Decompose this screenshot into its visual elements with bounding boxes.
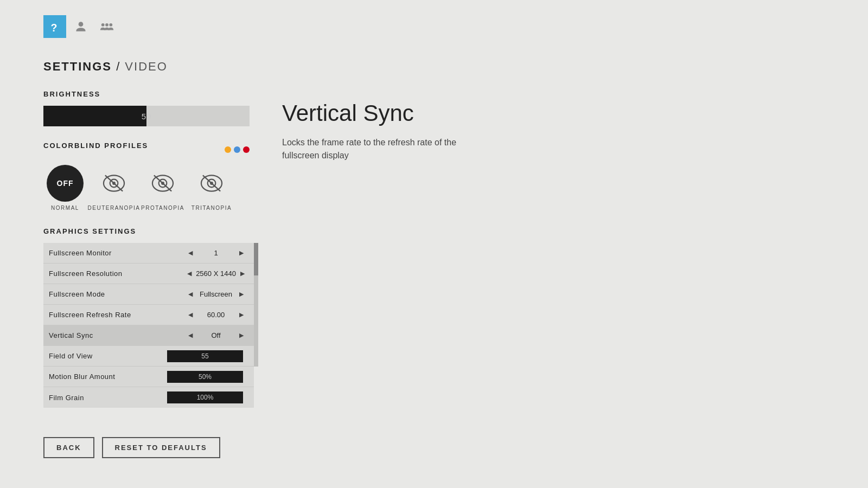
scroll-thumb[interactable] <box>254 243 258 275</box>
description-text: Locks the frame rate to the refresh rate… <box>282 136 488 162</box>
value-fullscreen-refresh: 60.00 <box>197 311 235 319</box>
protanopia-icon-wrapper <box>144 165 181 202</box>
description-title: Vertical Sync <box>282 100 586 126</box>
row-value-fullscreen-refresh: ◀ 60.00 ▶ <box>178 311 254 319</box>
bottom-buttons: BACK RESET TO DEFAULTS <box>43 437 220 458</box>
slider-value-motion-blur: 50% <box>167 373 243 381</box>
row-motion-blur[interactable]: Motion Blur Amount 50% <box>43 367 254 387</box>
svg-line-12 <box>154 175 171 191</box>
row-value-fullscreen-mode: ◀ Fullscreen ▶ <box>178 290 254 298</box>
slider-track-film-grain[interactable]: 100% <box>167 391 243 403</box>
prev-fullscreen-resolution[interactable]: ◀ <box>185 270 194 277</box>
graphics-section: GRAPHICS SETTINGS Fullscreen Monitor ◀ 1… <box>43 227 315 408</box>
svg-point-2 <box>101 23 105 27</box>
value-fullscreen-mode: Fullscreen <box>197 290 235 298</box>
row-label-field-of-view: Field of View <box>43 352 167 360</box>
graphics-label: GRAPHICS SETTINGS <box>43 227 315 235</box>
row-slider-film-grain: 100% <box>167 391 254 403</box>
slider-value-film-grain: 100% <box>167 394 243 401</box>
tritanopia-eye-icon <box>200 171 224 195</box>
row-slider-field-of-view: 55 <box>167 350 254 362</box>
group-nav-icon[interactable] <box>95 15 118 38</box>
graphics-table: Fullscreen Monitor ◀ 1 ▶ Fullscreen Reso… <box>43 243 254 408</box>
next-fullscreen-mode[interactable]: ▶ <box>237 291 246 298</box>
value-vertical-sync: Off <box>197 331 235 339</box>
prev-vertical-sync[interactable]: ◀ <box>186 332 195 339</box>
prev-fullscreen-refresh[interactable]: ◀ <box>186 311 195 318</box>
next-fullscreen-monitor[interactable]: ▶ <box>237 249 246 256</box>
dot-yellow <box>225 146 231 153</box>
svg-point-3 <box>105 23 108 27</box>
row-vertical-sync[interactable]: Vertical Sync ◀ Off ▶ <box>43 325 254 346</box>
brightness-slider[interactable]: 50 <box>43 106 250 126</box>
svg-text:?: ? <box>50 22 57 34</box>
page-title-light: VIDEO <box>125 60 167 73</box>
graphics-table-container: Fullscreen Monitor ◀ 1 ▶ Fullscreen Reso… <box>43 243 315 408</box>
page-title: SETTINGS / VIDEO <box>43 60 315 74</box>
slider-track-fov[interactable]: 55 <box>167 350 243 362</box>
prev-fullscreen-mode[interactable]: ◀ <box>186 291 195 298</box>
row-fullscreen-resolution[interactable]: Fullscreen Resolution ◀ 2560 X 1440 ▶ <box>43 264 254 284</box>
next-fullscreen-resolution[interactable]: ▶ <box>238 270 247 277</box>
colorblind-tritanopia-label: TRITANOPIA <box>192 205 232 211</box>
colorblind-option-protanopia[interactable]: PROTANOPIA <box>141 165 184 211</box>
dot-red <box>243 146 250 153</box>
normal-icon-wrapper: OFF <box>47 165 84 202</box>
main-content: SETTINGS / VIDEO BRIGHTNESS 50 COLORBLIN… <box>43 60 315 408</box>
slider-value-fov: 55 <box>167 352 243 360</box>
colorblind-header: COLORBLIND PROFILES <box>43 142 250 157</box>
deuteranopia-eye-icon <box>102 171 126 195</box>
svg-point-1 <box>79 22 84 27</box>
colorblind-dots <box>225 146 250 153</box>
brightness-section: BRIGHTNESS 50 <box>43 90 315 126</box>
next-fullscreen-refresh[interactable]: ▶ <box>237 311 246 318</box>
group-persons-icon <box>100 20 114 34</box>
colorblind-normal-label: NORMAL <box>51 205 79 211</box>
row-fullscreen-monitor[interactable]: Fullscreen Monitor ◀ 1 ▶ <box>43 243 254 264</box>
row-label-fullscreen-refresh: Fullscreen Refresh Rate <box>43 311 178 319</box>
row-label-motion-blur: Motion Blur Amount <box>43 373 167 381</box>
row-film-grain[interactable]: Film Grain 100% <box>43 387 254 408</box>
graphics-scrollbar[interactable] <box>254 243 258 367</box>
slider-track-motion-blur[interactable]: 50% <box>167 371 243 383</box>
svg-line-8 <box>105 175 123 191</box>
person-icon <box>74 20 88 34</box>
colorblind-deuteranopia-label: DEUTERANOPIA <box>88 205 141 211</box>
svg-point-4 <box>109 23 112 27</box>
row-label-vertical-sync: Vertical Sync <box>43 331 178 339</box>
colorblind-option-tritanopia[interactable]: TRITANOPIA <box>190 165 233 211</box>
colorblind-options: OFF NORMAL DEUTERANOPIA <box>43 165 315 211</box>
row-label-fullscreen-monitor: Fullscreen Monitor <box>43 249 178 257</box>
tritanopia-icon-wrapper <box>193 165 230 202</box>
deuteranopia-icon-wrapper <box>95 165 132 202</box>
question-mark-icon: ? <box>48 20 62 34</box>
svg-line-16 <box>203 175 220 191</box>
row-label-fullscreen-mode: Fullscreen Mode <box>43 290 178 298</box>
help-nav-icon[interactable]: ? <box>43 15 66 38</box>
brightness-value: 50 <box>43 112 250 121</box>
row-slider-motion-blur: 50% <box>167 371 254 383</box>
row-value-fullscreen-resolution: ◀ 2560 X 1440 ▶ <box>178 269 254 278</box>
page-title-separator: / <box>112 60 125 73</box>
back-button[interactable]: BACK <box>43 437 94 458</box>
colorblind-option-deuteranopia[interactable]: DEUTERANOPIA <box>92 165 136 211</box>
row-field-of-view[interactable]: Field of View 55 <box>43 346 254 367</box>
reset-button[interactable]: RESET TO DEFAULTS <box>102 437 220 458</box>
dot-blue <box>234 146 240 153</box>
row-label-film-grain: Film Grain <box>43 394 167 402</box>
value-fullscreen-monitor: 1 <box>197 249 235 257</box>
profile-nav-icon[interactable] <box>69 15 92 38</box>
protanopia-eye-icon <box>151 171 175 195</box>
row-fullscreen-refresh[interactable]: Fullscreen Refresh Rate ◀ 60.00 ▶ <box>43 305 254 325</box>
row-value-fullscreen-monitor: ◀ 1 ▶ <box>178 249 254 257</box>
off-text: OFF <box>57 179 74 188</box>
top-navigation: ? <box>43 15 118 38</box>
prev-fullscreen-monitor[interactable]: ◀ <box>186 249 195 256</box>
brightness-label: BRIGHTNESS <box>43 90 315 98</box>
next-vertical-sync[interactable]: ▶ <box>237 332 246 339</box>
row-fullscreen-mode[interactable]: Fullscreen Mode ◀ Fullscreen ▶ <box>43 284 254 305</box>
right-panel: Vertical Sync Locks the frame rate to th… <box>282 100 586 162</box>
colorblind-option-normal[interactable]: OFF NORMAL <box>43 165 87 211</box>
page-title-bold: SETTINGS <box>43 60 112 73</box>
colorblind-protanopia-label: PROTANOPIA <box>141 205 184 211</box>
